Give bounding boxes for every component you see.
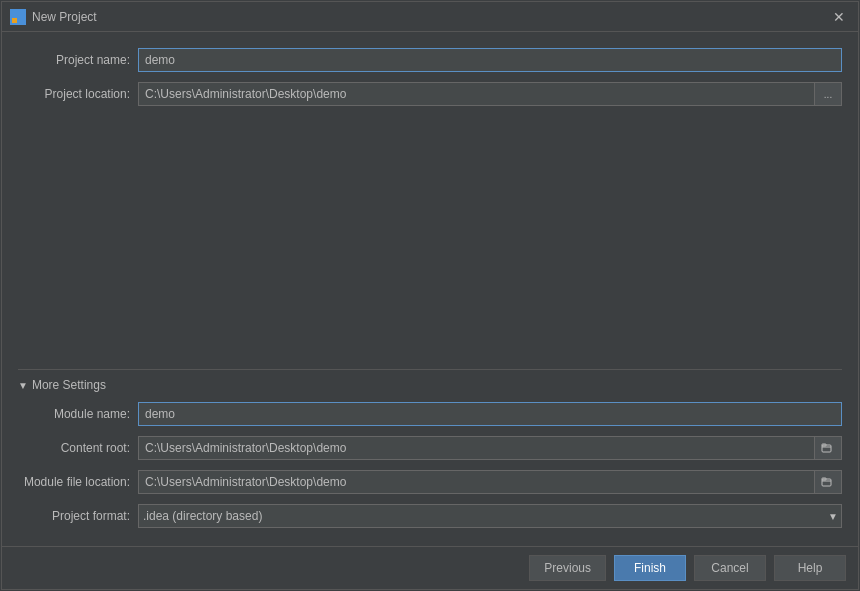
browse-button[interactable]: ...	[814, 82, 842, 106]
title-bar-left: New Project	[10, 9, 97, 25]
module-file-location-row: Module file location:	[18, 470, 842, 494]
svg-rect-2	[12, 18, 17, 23]
finish-label: Finish	[634, 561, 666, 575]
project-name-input[interactable]	[138, 48, 842, 72]
finish-button[interactable]: Finish	[614, 555, 686, 581]
module-file-location-label: Module file location:	[18, 475, 138, 489]
new-project-dialog: New Project ✕ Project name: Project loca…	[1, 1, 859, 590]
project-location-field-group: ...	[138, 82, 842, 106]
cancel-button[interactable]: Cancel	[694, 555, 766, 581]
close-button[interactable]: ✕	[828, 6, 850, 28]
dialog-content: Project name: Project location: ... ▼ Mo…	[2, 32, 858, 546]
module-name-input[interactable]	[138, 402, 842, 426]
content-root-browse-button[interactable]	[814, 436, 842, 460]
project-location-input[interactable]	[138, 82, 814, 106]
module-file-browse-button[interactable]	[814, 470, 842, 494]
project-format-select-wrapper: .idea (directory based) .ipr (file based…	[138, 504, 842, 528]
module-name-label: Module name:	[18, 407, 138, 421]
project-name-row: Project name:	[18, 48, 842, 72]
content-spacer	[18, 116, 842, 365]
content-root-row: Content root:	[18, 436, 842, 460]
project-location-row: Project location: ...	[18, 82, 842, 106]
project-format-label: Project format:	[18, 509, 138, 523]
window-title: New Project	[32, 10, 97, 24]
more-settings-section: ▼ More Settings Module name: Content roo…	[18, 369, 842, 538]
module-name-row: Module name:	[18, 402, 842, 426]
module-file-field-group	[138, 470, 842, 494]
project-format-row: Project format: .idea (directory based) …	[18, 504, 842, 528]
module-file-location-input[interactable]	[138, 470, 814, 494]
previous-button[interactable]: Previous	[529, 555, 606, 581]
content-root-label: Content root:	[18, 441, 138, 455]
content-root-input[interactable]	[138, 436, 814, 460]
project-format-select[interactable]: .idea (directory based) .ipr (file based…	[138, 504, 842, 528]
cancel-label: Cancel	[711, 561, 748, 575]
help-label: Help	[798, 561, 823, 575]
content-root-field-group	[138, 436, 842, 460]
more-settings-header[interactable]: ▼ More Settings	[18, 378, 842, 392]
more-settings-label: More Settings	[32, 378, 106, 392]
title-bar: New Project ✕	[2, 2, 858, 32]
dialog-footer: Previous Finish Cancel Help	[2, 546, 858, 589]
project-location-label: Project location:	[18, 87, 138, 101]
help-button[interactable]: Help	[774, 555, 846, 581]
collapse-icon: ▼	[18, 380, 28, 391]
project-name-label: Project name:	[18, 53, 138, 67]
svg-rect-1	[19, 12, 24, 17]
svg-rect-3	[19, 18, 24, 23]
previous-label: Previous	[544, 561, 591, 575]
window-icon	[10, 9, 26, 25]
svg-rect-0	[12, 12, 17, 17]
